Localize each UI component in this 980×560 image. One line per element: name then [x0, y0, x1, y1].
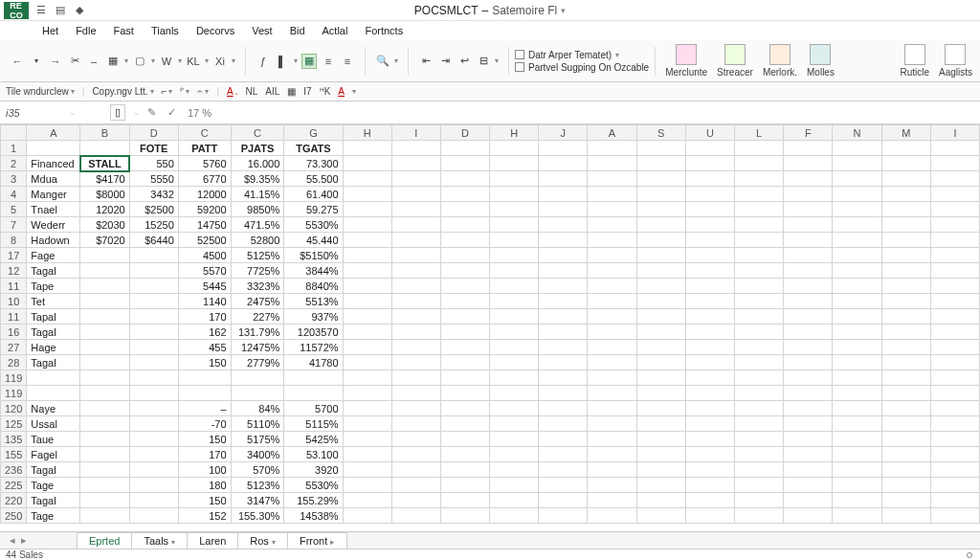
cell[interactable]: $2500	[129, 202, 178, 217]
row-header[interactable]: 4	[1, 187, 27, 202]
fx-icon[interactable]: ƒ	[256, 54, 271, 69]
cell[interactable]	[129, 279, 178, 294]
cell[interactable]	[80, 447, 129, 462]
grid-icon[interactable]: ▦	[105, 54, 121, 69]
save-icon[interactable]: ☰	[34, 4, 48, 17]
row-header[interactable]: 2	[1, 156, 27, 171]
cell[interactable]: 3844%	[284, 263, 343, 279]
cell[interactable]	[129, 355, 178, 370]
cell[interactable]	[129, 447, 178, 462]
row-header[interactable]: 16	[1, 325, 27, 340]
cell[interactable]	[80, 432, 129, 447]
chevron-down-icon[interactable]: ▾	[29, 54, 44, 69]
cell[interactable]: 14750	[178, 217, 231, 233]
cell[interactable]: Tape	[27, 279, 80, 294]
cell[interactable]: Tagal	[27, 263, 80, 279]
cell[interactable]: 12000	[178, 187, 231, 202]
cell[interactable]	[178, 370, 231, 386]
outdent-icon[interactable]: ⇥	[437, 54, 453, 69]
cell[interactable]: 15250	[129, 217, 178, 233]
cell[interactable]: Manger	[27, 187, 80, 202]
cell[interactable]	[129, 508, 178, 524]
cell[interactable]	[80, 248, 129, 263]
cell[interactable]	[129, 386, 178, 401]
cell[interactable]: 5425%	[284, 432, 343, 447]
menu-fast[interactable]: Fast	[106, 23, 142, 38]
cell[interactable]	[80, 401, 129, 416]
cell[interactable]: 155.29%	[284, 493, 343, 508]
cell[interactable]	[129, 370, 178, 386]
cell[interactable]: 170	[178, 447, 231, 462]
cell[interactable]: 471.5%	[231, 217, 284, 233]
cell[interactable]	[27, 370, 80, 386]
ruticle-button[interactable]: Ruticle	[900, 44, 929, 78]
cell[interactable]	[80, 263, 129, 279]
cell[interactable]	[80, 386, 129, 401]
cell[interactable]: 5115%	[284, 416, 343, 432]
cell[interactable]	[80, 309, 129, 325]
cell[interactable]: 1203570	[284, 325, 343, 340]
row-header[interactable]: 5	[1, 202, 27, 217]
cell[interactable]: 73.300	[284, 156, 343, 171]
cell[interactable]: Taue	[27, 432, 80, 447]
select-all[interactable]	[1, 125, 27, 141]
cell[interactable]: 14538%	[284, 508, 343, 524]
cell[interactable]	[80, 340, 129, 355]
cell[interactable]: 55.500	[284, 171, 343, 187]
cell[interactable]	[129, 432, 178, 447]
cell[interactable]	[129, 309, 178, 325]
cell[interactable]: -70	[178, 416, 231, 432]
cell[interactable]: Ussal	[27, 416, 80, 432]
aaglists-button[interactable]: Aaglists	[939, 44, 972, 78]
cell[interactable]: 937%	[284, 309, 343, 325]
tab-laren[interactable]: Laren	[187, 532, 238, 549]
cell[interactable]: Fage	[27, 248, 80, 263]
cell[interactable]	[129, 401, 178, 416]
cell[interactable]: 455	[178, 340, 231, 355]
tab-frront[interactable]: Frront ▸	[287, 532, 347, 549]
cell[interactable]: 5570	[178, 263, 231, 279]
col-header[interactable]: C	[231, 125, 284, 141]
col-header[interactable]: G	[284, 125, 343, 141]
col-header[interactable]: H	[343, 125, 391, 141]
cell[interactable]: Mdua	[27, 171, 80, 187]
cell[interactable]: 2475%	[231, 294, 284, 309]
cut-icon[interactable]: ✂	[67, 54, 82, 69]
tab-taals[interactable]: Taals ▾	[131, 532, 188, 549]
cell[interactable]: 5110%	[231, 416, 284, 432]
border-icon[interactable]: ▢	[132, 54, 147, 69]
cell[interactable]: Tagal	[27, 462, 80, 478]
molles-button[interactable]: Molles	[807, 44, 835, 78]
cell[interactable]	[284, 386, 343, 401]
back-icon[interactable]: ←	[10, 54, 25, 69]
cell[interactable]	[129, 263, 178, 279]
cell[interactable]: 52800	[231, 233, 284, 248]
col-header[interactable]: A	[27, 125, 80, 141]
cell[interactable]: 5513%	[284, 294, 343, 309]
cell[interactable]: 2779%	[231, 355, 284, 370]
cell[interactable]: Tage	[27, 478, 80, 493]
col-header[interactable]: C	[178, 125, 231, 141]
cell[interactable]: 12475%	[231, 340, 284, 355]
cell[interactable]: Tnael	[27, 202, 80, 217]
cell[interactable]: 3432	[129, 187, 178, 202]
cell[interactable]: 61.400	[284, 187, 343, 202]
cell[interactable]: 155.30%	[231, 508, 284, 524]
cell[interactable]	[284, 370, 343, 386]
indent-icon[interactable]: ⇤	[418, 54, 434, 69]
cell[interactable]	[80, 279, 129, 294]
row-header[interactable]: 11	[1, 309, 27, 325]
row-header[interactable]: 119	[1, 386, 27, 401]
chevron-down-icon[interactable]: ⌄	[69, 108, 76, 117]
cell[interactable]: $7020	[80, 233, 129, 248]
menu-bid[interactable]: Bid	[282, 23, 313, 38]
cell[interactable]: Financed	[27, 156, 80, 171]
cell[interactable]: Hadown	[27, 233, 80, 248]
row-header[interactable]: 125	[1, 416, 27, 432]
dash-icon[interactable]: –	[86, 54, 101, 69]
menu-fortncts[interactable]: Fortncts	[357, 23, 411, 38]
cell[interactable]: 4500	[178, 248, 231, 263]
row-header[interactable]: 3	[1, 171, 27, 187]
cell[interactable]: 41.15%	[231, 187, 284, 202]
cell[interactable]: Tagal	[27, 493, 80, 508]
